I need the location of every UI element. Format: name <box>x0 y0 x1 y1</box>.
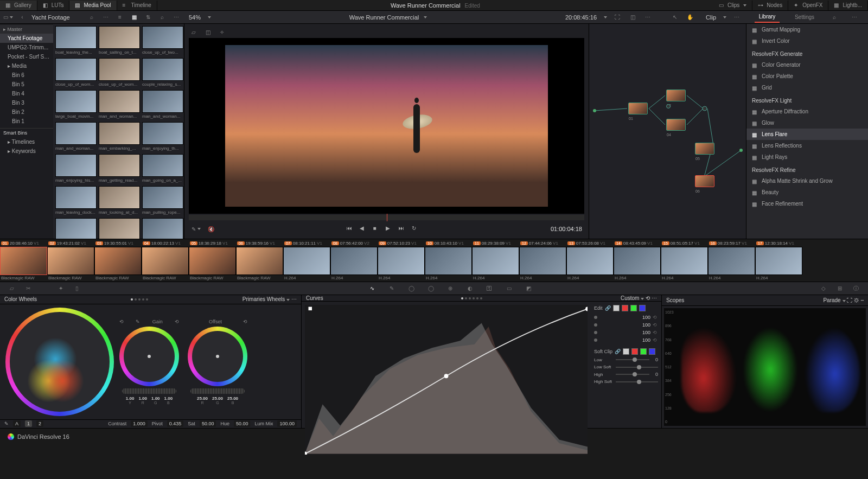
node-01[interactable]: 01 <box>628 103 648 114</box>
node-scope[interactable]: Clip <box>706 14 716 21</box>
pivot-field[interactable]: 0.435 <box>167 420 184 427</box>
fx-item[interactable]: ▦Glow <box>746 117 868 129</box>
tl-clip-header[interactable]: 0319:30:55:01V1 <box>94 239 142 247</box>
stop-icon[interactable]: ■ <box>373 225 380 233</box>
node-opts-icon[interactable]: ⋯ <box>732 12 742 22</box>
clip-thumb[interactable]: boat_sailing_on_t... <box>99 26 140 57</box>
viewer-canvas[interactable] <box>189 38 584 214</box>
fx-item[interactable]: ▦Lens Flare <box>746 129 868 140</box>
bin-view-icon[interactable]: ▭ <box>3 12 13 22</box>
clip-thumb[interactable]: man_looking_at_d... <box>99 186 140 217</box>
gain-values[interactable]: 1.00Y 1.00R 1.00G 1.00B <box>126 396 173 405</box>
fx-item[interactable]: ▦Color Palette <box>746 71 868 82</box>
tl-clip-thumb[interactable] <box>519 247 566 275</box>
gain-reset-icon[interactable]: ⟲ <box>119 319 124 324</box>
softclip-slider[interactable]: Low0 <box>594 357 658 362</box>
ch-b[interactable] <box>639 305 646 311</box>
fx-item[interactable]: ▦Light Rays <box>746 151 868 163</box>
clip-thumb[interactable]: close_up_of_wom... <box>55 58 97 89</box>
filter-icon[interactable]: ⌕ <box>157 12 167 22</box>
info-icon[interactable]: ⓘ <box>852 284 860 293</box>
curves-dots[interactable] <box>461 297 482 299</box>
fx-item[interactable]: ▦Face Refinement <box>746 198 868 209</box>
tl-clip-header[interactable]: 1712:30:18:14V1 <box>755 239 802 247</box>
sizing-icon[interactable]: ▭ <box>505 284 513 293</box>
split-icon[interactable]: ◫ <box>628 12 637 22</box>
fx-item[interactable]: ▦Beauty <box>746 187 868 198</box>
fx-item[interactable]: ▦Invert Color <box>746 35 868 47</box>
timeline-tab[interactable]: ≡Timeline <box>117 1 157 10</box>
page-2[interactable]: 2 <box>36 420 43 427</box>
gallerywipe-icon[interactable]: ▱ <box>8 284 16 293</box>
key-icon[interactable]: ⚿ <box>485 284 494 293</box>
viewer-timecode[interactable]: 20:08:45:16 <box>565 14 597 21</box>
tl-clip-thumb[interactable] <box>47 247 94 275</box>
contrast-field[interactable]: 1.000 <box>131 420 148 427</box>
tracker-icon[interactable]: ⊕ <box>446 284 455 293</box>
tl-clip-header[interactable]: 0807:56:42:00V2 <box>330 239 378 247</box>
settings-tab[interactable]: Settings <box>790 12 819 22</box>
scrubber[interactable] <box>189 215 584 220</box>
clip-thumb[interactable]: man_pulling_up_s... <box>55 218 97 239</box>
sc-r[interactable] <box>631 348 638 355</box>
fx-item[interactable]: ▦Grid <box>746 82 868 93</box>
clips-tab[interactable]: ▭Clips <box>713 1 752 10</box>
record-icon[interactable] <box>40 284 49 293</box>
smartbin-item[interactable]: ▸ Keywords <box>0 146 53 156</box>
tl-clip-header[interactable]: 1108:29:38:09V1 <box>472 239 519 247</box>
loop-icon[interactable]: ↻ <box>412 225 419 233</box>
blur-icon[interactable]: ◐ <box>465 284 474 293</box>
nodes-tab[interactable]: ⊶Nodes <box>752 1 788 10</box>
prev-clip-icon[interactable]: ⏮ <box>347 225 354 233</box>
link-icon[interactable]: 🔗 <box>605 305 611 311</box>
clip-thumb[interactable]: man_going_on_a_... <box>142 154 183 185</box>
tl-clip-header[interactable]: 0219:43:21:02V1 <box>47 239 94 247</box>
softclip-slider[interactable]: High Soft <box>594 379 658 384</box>
tl-clip-header[interactable]: 0518:36:29:18V1 <box>189 239 236 247</box>
tl-clip-thumb[interactable] <box>0 247 47 275</box>
clip-thumb[interactable]: man_and_woman... <box>99 90 140 121</box>
next-clip-icon[interactable]: ⏭ <box>399 225 406 233</box>
softclip-slider[interactable]: Low Soft <box>594 365 658 369</box>
tl-clip-header[interactable]: 0708:10:21:11V1 <box>283 239 330 247</box>
mediapool-tab[interactable]: ▤Media Pool <box>69 1 117 10</box>
tl-clip-thumb[interactable] <box>425 247 472 275</box>
tl-clip-header[interactable]: 0907:52:10:23V1 <box>378 239 425 247</box>
stills-icon[interactable]: ✂ <box>24 284 33 293</box>
play-icon[interactable]: ▶ <box>386 225 393 233</box>
hue-field[interactable]: 50.00 <box>234 420 251 427</box>
ch-r[interactable] <box>622 305 628 311</box>
wheels-dots[interactable] <box>131 298 148 301</box>
tree-item[interactable]: ▸ Media <box>0 61 53 71</box>
sort-icon[interactable]: ⇅ <box>143 12 153 22</box>
picker-icon[interactable]: ✎ <box>191 224 201 234</box>
node-graph[interactable]: 01 02 04 05 06 <box>589 24 746 239</box>
offset-reset-icon[interactable]: ⟲ <box>243 319 247 324</box>
grid-icon[interactable]: ▦ <box>129 12 139 22</box>
openfx-tab[interactable]: ✦OpenFX <box>788 1 828 10</box>
clip-thumb[interactable]: large_boat_movin... <box>55 90 97 121</box>
keyframe-icon[interactable]: ◇ <box>819 284 828 293</box>
gain-reset2-icon[interactable]: ⟲ <box>175 319 179 324</box>
auto-icon[interactable]: ✎ <box>4 421 9 426</box>
split-screen-icon[interactable]: ◫ <box>203 27 213 37</box>
camera-icon[interactable]: ▯ <box>73 284 81 293</box>
tl-clip-header[interactable]: 1207:44:24:06V1 <box>519 239 566 247</box>
tl-clip-header[interactable]: 1307:53:26:08V1 <box>566 239 614 247</box>
more-icon[interactable]: ⋯ <box>171 12 181 22</box>
clip-thumb[interactable]: man_pulling_rope... <box>142 186 183 217</box>
tree-item[interactable]: Bin 2 <box>0 107 53 117</box>
bin-options-icon[interactable]: ⋯ <box>101 12 111 22</box>
tl-clip-thumb[interactable] <box>472 247 519 275</box>
tree-item[interactable]: Bin 4 <box>0 89 53 98</box>
sat-field[interactable]: 50.00 <box>200 420 216 427</box>
search-icon[interactable]: ⌕ <box>87 12 97 22</box>
tl-clip-thumb[interactable] <box>378 247 425 275</box>
tree-item[interactable]: Bin 6 <box>0 71 53 80</box>
clip-thumb[interactable]: man_sailing_in_th... <box>99 218 140 239</box>
node-06[interactable]: 06 <box>695 175 714 187</box>
ch-g[interactable] <box>630 305 637 311</box>
softclip-link-icon[interactable]: 🔗 <box>615 349 621 354</box>
tl-clip-thumb[interactable] <box>566 247 614 275</box>
smartbin-item[interactable]: ▸ Timelines <box>0 137 53 146</box>
